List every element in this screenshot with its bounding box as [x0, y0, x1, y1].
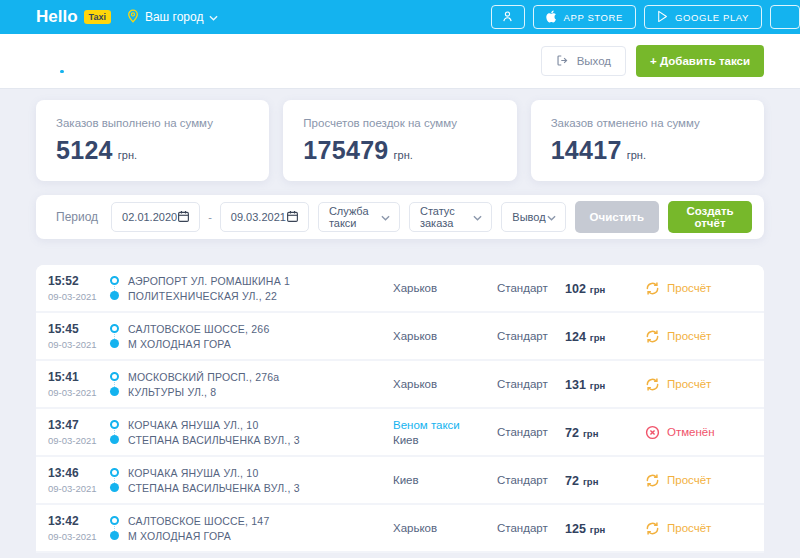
- recalc-icon: [645, 473, 660, 488]
- create-report-button[interactable]: Создать отчёт: [668, 201, 752, 233]
- price-value: 124: [565, 330, 586, 344]
- status-label: Просчёт: [667, 474, 711, 486]
- cancelled-icon: [645, 425, 660, 440]
- summary-card-value: 14417: [551, 136, 622, 165]
- app-store-button[interactable]: APP STORE: [533, 5, 636, 29]
- location-pin-icon: [127, 9, 139, 26]
- tabs: [36, 41, 114, 81]
- cell-class: Стандарт: [497, 330, 565, 342]
- cell-route: МОСКОВСКИЙ ПРОСП., 276а КУЛЬТУРЫ УЛ., 8: [110, 368, 393, 401]
- google-play-button[interactable]: GOOGLE PLAY: [644, 5, 762, 29]
- table-row[interactable]: 15:52 09-03-2021 АЭРОПОРТ УЛ. РОМАШКИНА …: [36, 265, 764, 313]
- service-name[interactable]: Веном такси: [393, 419, 497, 431]
- tabbar-actions: Выход + Добавить такси: [541, 45, 764, 77]
- chevron-down-icon: [381, 211, 390, 223]
- summary-card-label: Просчетов поездок на сумму: [303, 117, 496, 129]
- table-row[interactable]: 15:45 09-03-2021 САЛТОВСКОЕ ШОССЕ, 266 М…: [36, 313, 764, 361]
- route-destination: М ХОЛОДНАЯ ГОРА: [128, 338, 231, 350]
- cell-class: Стандарт: [497, 282, 565, 294]
- ride-date: 09-03-2021: [48, 483, 110, 494]
- summary-card-label: Заказов выполнено на сумму: [56, 117, 249, 129]
- chevron-down-icon: [209, 10, 218, 24]
- cell-status: Просчёт: [645, 329, 764, 344]
- cell-route: КОРЧАКА ЯНУША УЛ., 10 СТЕПАНА ВАСИЛЬЧЕНК…: [110, 464, 393, 497]
- cell-status: Просчёт: [645, 521, 764, 536]
- calendar-icon: [286, 210, 299, 225]
- cell-time: 13:42 09-03-2021: [36, 514, 110, 542]
- route-origin: МОСКОВСКИЙ ПРОСП., 276а: [128, 371, 279, 383]
- chevron-down-icon: [547, 211, 556, 223]
- cell-route: САЛТОВСКОЕ ШОССЕ, 266 М ХОЛОДНАЯ ГОРА: [110, 320, 393, 353]
- topbar-edge-button[interactable]: [770, 5, 800, 29]
- cell-route: АЭРОПОРТ УЛ. РОМАШКИНА 1 ПОЛИТЕХНИЧЕСКАЯ…: [110, 272, 393, 305]
- date-from-input[interactable]: 02.01.2020: [111, 202, 200, 232]
- route-origin: КОРЧАКА ЯНУША УЛ., 10: [128, 467, 258, 479]
- table-row[interactable]: 13:47 09-03-2021 КОРЧАКА ЯНУША УЛ., 10 С…: [36, 409, 764, 457]
- status-label: Просчёт: [667, 282, 711, 294]
- ride-time: 15:52: [48, 274, 110, 288]
- route-destination-icon: [110, 339, 119, 348]
- service-name: Харьков: [393, 522, 497, 534]
- logout-label: Выход: [577, 55, 611, 67]
- route-origin-icon: [110, 516, 119, 525]
- recalc-icon: [645, 377, 660, 392]
- summary-card-currency: грн.: [627, 149, 646, 161]
- status-label: Просчёт: [667, 378, 711, 390]
- price-currency: грн: [583, 476, 599, 487]
- table-row[interactable]: 13:42 09-03-2021 САЛТОВСКОЕ ШОССЕ, 147 М…: [36, 505, 764, 553]
- summary-card-currency: грн.: [394, 149, 413, 161]
- logo-text: Hello: [36, 7, 78, 27]
- summary-cards: Заказов выполнено на сумму 5124 грн. Про…: [36, 100, 764, 181]
- table-row[interactable]: 13:46 09-03-2021 КОРЧАКА ЯНУША УЛ., 10 С…: [36, 457, 764, 505]
- cell-price: 131грн: [565, 375, 645, 393]
- cell-time: 15:45 09-03-2021: [36, 322, 110, 350]
- cell-price: 72грн: [565, 423, 645, 441]
- route-destination-icon: [110, 435, 119, 444]
- cell-status: Просчёт: [645, 473, 764, 488]
- city-label: Ваш город: [145, 10, 204, 24]
- route-origin: АЭРОПОРТ УЛ. РОМАШКИНА 1: [128, 275, 290, 287]
- status-label: Отменён: [667, 426, 715, 438]
- cell-status: Отменён: [645, 425, 764, 440]
- cell-service: Харьков: [393, 378, 497, 390]
- table-row[interactable]: 15:41 09-03-2021 МОСКОВСКИЙ ПРОСП., 276а…: [36, 361, 764, 409]
- order-status-select[interactable]: Статус заказа: [409, 202, 492, 232]
- route-destination: ПОЛИТЕХНИЧЕСКАЯ УЛ., 22: [128, 290, 277, 302]
- summary-card-value: 175479: [303, 136, 388, 165]
- profile-button[interactable]: [491, 5, 525, 29]
- ride-time: 13:42: [48, 514, 110, 528]
- ride-time: 13:47: [48, 418, 110, 432]
- taxi-service-select-value: Служба такси: [329, 205, 381, 229]
- cell-class: Стандарт: [497, 378, 565, 390]
- clear-button[interactable]: Очистить: [575, 201, 660, 233]
- table-header: [36, 247, 764, 265]
- cell-time: 13:47 09-03-2021: [36, 418, 110, 446]
- logo[interactable]: Hello Taxi: [36, 7, 111, 27]
- price-value: 125: [565, 522, 586, 536]
- table-body: 15:52 09-03-2021 АЭРОПОРТ УЛ. РОМАШКИНА …: [36, 265, 764, 553]
- summary-card: Просчетов поездок на сумму 175479 грн.: [283, 100, 516, 181]
- recalc-icon: [645, 521, 660, 536]
- summary-card-currency: грн.: [118, 149, 137, 161]
- date-to-input[interactable]: 09.03.2021: [220, 202, 309, 232]
- route-origin: САЛТОВСКОЕ ШОССЕ, 147: [128, 515, 269, 527]
- route-origin: КОРЧАКА ЯНУША УЛ., 10: [128, 419, 258, 431]
- logout-button[interactable]: Выход: [541, 46, 626, 76]
- taxi-service-select[interactable]: Служба такси: [318, 202, 400, 232]
- route-origin-icon: [110, 468, 119, 477]
- date-to-value: 09.03.2021: [231, 211, 286, 223]
- cell-service: Киев: [393, 474, 497, 486]
- price-currency: грн: [590, 380, 606, 391]
- add-taxi-button[interactable]: + Добавить такси: [636, 45, 764, 77]
- ride-date: 09-03-2021: [48, 435, 110, 446]
- period-label: Период: [56, 210, 98, 224]
- summary-card: Заказов выполнено на сумму 5124 грн.: [36, 100, 269, 181]
- service-name: Киев: [393, 474, 497, 486]
- price-currency: грн: [590, 524, 606, 535]
- output-select[interactable]: Вывод: [501, 202, 565, 232]
- status-label: Просчёт: [667, 330, 711, 342]
- summary-card: Заказов отменено на сумму 14417 грн.: [531, 100, 764, 181]
- price-value: 72: [565, 426, 579, 440]
- city-selector[interactable]: Ваш город: [127, 9, 219, 26]
- cell-price: 72грн: [565, 471, 645, 489]
